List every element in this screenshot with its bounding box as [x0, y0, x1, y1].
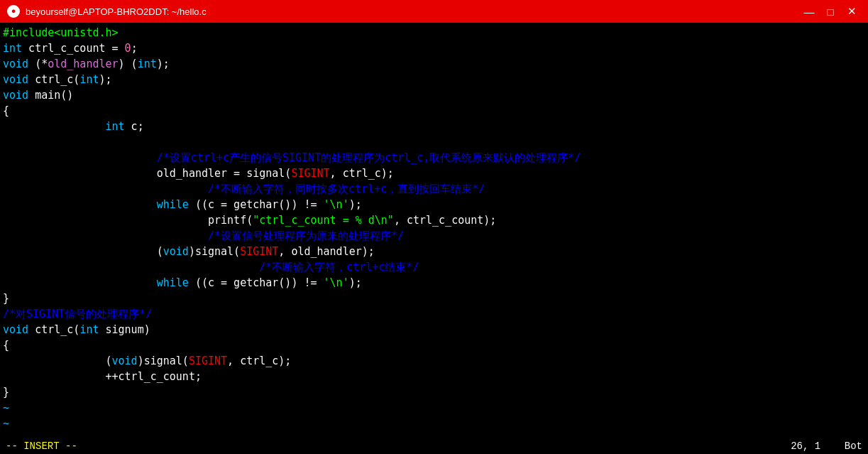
code-line: ~	[3, 416, 868, 432]
code-line: void ctrl_c(int);	[3, 72, 868, 88]
code-line: printf("ctrl_c_count = % d\n", ctrl_c_co…	[3, 213, 868, 229]
code-line: #include<unistd.h>	[3, 26, 868, 41]
code-line: int c;	[3, 119, 868, 135]
code-line: }	[3, 385, 868, 401]
ubuntu-icon: ●	[7, 5, 20, 18]
title-bar: ● beyourself@LAPTOP-BHRO2DDT: ~/hello.c …	[0, 0, 868, 23]
code-line: while ((c = getchar()) != '\n');	[3, 276, 868, 291]
code-line: ~	[3, 432, 868, 438]
minimize-button[interactable]: —	[800, 4, 818, 18]
code-line: while ((c = getchar()) != '\n');	[3, 198, 868, 213]
close-button[interactable]: ✕	[842, 4, 861, 18]
code-line: int ctrl_c_count = 0;	[3, 41, 868, 57]
code-line: /*设置ctrl+c产生的信号SIGINT的处理程序为ctrl_c,取代系统原来…	[3, 151, 868, 166]
code-line: old_handler = signal(SIGINT, ctrl_c);	[3, 166, 868, 182]
code-line: (void)signal(SIGINT, old_handler);	[3, 244, 868, 260]
code-line: void ctrl_c(int signum)	[3, 323, 868, 338]
code-line	[3, 135, 868, 151]
insert-mode: -- INSERT --	[6, 441, 77, 452]
code-line: /*对SIGINT信号的处理程序*/	[3, 307, 868, 323]
code-line: /*不断输入字符，ctrl+c结束*/	[3, 260, 868, 276]
code-line: }	[3, 291, 868, 307]
code-line: (void)signal(SIGINT, ctrl_c);	[3, 354, 868, 369]
code-line: {	[3, 104, 868, 119]
cursor-position: 26, 1 Bot	[791, 441, 862, 452]
title-text: beyourself@LAPTOP-BHRO2DDT: ~/hello.c	[26, 6, 207, 17]
code-line: {	[3, 338, 868, 354]
code-line: ~	[3, 401, 868, 416]
status-bar: -- INSERT -- 26, 1 Bot	[0, 438, 868, 454]
editor-area[interactable]: #include<unistd.h> int ctrl_c_count = 0;…	[0, 23, 868, 438]
code-line: void main()	[3, 88, 868, 104]
code-line: /*不断输入字符，同时按多次ctrl+c，直到按回车结束*/	[3, 182, 868, 198]
code-line: ++ctrl_c_count;	[3, 369, 868, 385]
code-line: /*设置信号处理程序为原来的处理程序*/	[3, 229, 868, 244]
maximize-button[interactable]: □	[821, 4, 840, 18]
code-line: void (*old_handler) (int);	[3, 57, 868, 72]
